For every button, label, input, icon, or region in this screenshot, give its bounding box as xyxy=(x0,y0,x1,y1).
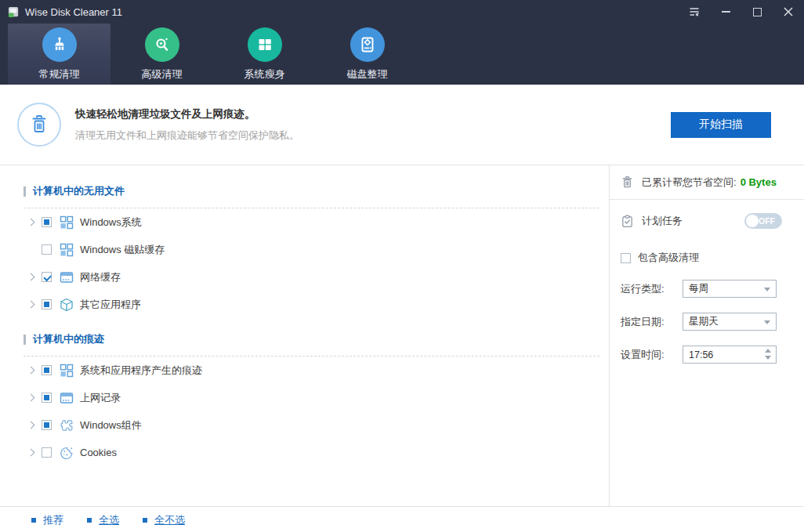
section-title: 计算机中的痕迹 xyxy=(33,332,104,346)
run-type-label: 运行类型: xyxy=(621,282,683,296)
windows-icon xyxy=(60,215,74,230)
include-advanced-row[interactable]: 包含高级清理 xyxy=(610,251,804,265)
run-type-select[interactable]: 每周 xyxy=(683,280,777,298)
time-label: 设置时间: xyxy=(621,348,683,362)
schedule-toggle[interactable]: OFF xyxy=(744,213,782,229)
maximize-icon xyxy=(753,8,762,16)
recommend-link[interactable]: 推荐 xyxy=(31,513,63,527)
bullet-icon xyxy=(87,518,92,523)
toggle-off-label: OFF xyxy=(759,216,775,226)
close-button[interactable] xyxy=(773,0,804,24)
tree-row-network-cache[interactable]: 网络缓存 xyxy=(24,263,599,291)
chevron-right-icon[interactable] xyxy=(27,301,35,309)
tab-advanced-clean-label: 高级清理 xyxy=(142,67,183,81)
window-title: Wise Disk Cleaner 11 xyxy=(25,6,122,18)
tab-regular-clean[interactable]: 常规清理 xyxy=(8,24,110,85)
tab-disk-defrag[interactable]: 磁盘整理 xyxy=(316,24,418,85)
start-scan-button[interactable]: 开始扫描 xyxy=(671,112,771,138)
main-nav: 常规清理 高级清理 系统瘦身 xyxy=(0,24,804,85)
select-all-link[interactable]: 全选 xyxy=(87,513,119,527)
tree-item-label: Windows 磁贴缓存 xyxy=(80,243,165,257)
tree-row-cookies[interactable]: Cookies xyxy=(24,439,599,466)
scheduled-task-label: 计划任务 xyxy=(642,214,683,228)
bullet-icon xyxy=(143,518,147,523)
bullet-icon xyxy=(31,518,36,523)
browser-icon xyxy=(60,270,74,284)
schedule-panel: 已累计帮您节省空间: 0 Bytes 计划任务 OFF 包含高级清理 运行类型:… xyxy=(609,165,804,506)
checkbox[interactable] xyxy=(42,217,52,227)
tree-item-label: 其它应用程序 xyxy=(80,298,141,312)
app-logo-icon xyxy=(8,6,20,18)
broom-icon xyxy=(42,27,77,62)
spin-down-icon[interactable] xyxy=(765,356,771,360)
day-label: 指定日期: xyxy=(621,315,683,329)
saved-space-row: 已累计帮您节省空间: 0 Bytes xyxy=(610,165,804,200)
section-bar xyxy=(24,186,26,197)
scheduled-task-row: 计划任务 OFF xyxy=(610,213,804,229)
checkbox[interactable] xyxy=(42,299,52,309)
time-value: 17:56 xyxy=(689,349,713,360)
tree-row-browsing-history[interactable]: 上网记录 xyxy=(24,384,599,411)
tab-system-slim-label: 系统瘦身 xyxy=(244,67,285,81)
tree-item-label: 上网记录 xyxy=(80,391,121,405)
title-bar: Wise Disk Cleaner 11 xyxy=(0,0,804,24)
tree-row-system-app-traces[interactable]: 系统和应用程序产生的痕迹 xyxy=(24,356,599,384)
chevron-right-icon[interactable] xyxy=(27,422,35,429)
tree-row-windows-tile-cache[interactable]: Windows 磁贴缓存 xyxy=(24,236,599,263)
run-type-value: 每周 xyxy=(689,282,708,295)
select-none-label: 全不选 xyxy=(154,513,185,527)
section-bar xyxy=(24,335,26,345)
time-input[interactable]: 17:56 xyxy=(683,346,777,364)
chevron-right-icon[interactable] xyxy=(27,219,35,226)
tree-item-label: Windows系统 xyxy=(80,215,142,230)
select-none-link[interactable]: 全不选 xyxy=(143,513,185,527)
hard-drive-icon xyxy=(350,27,385,62)
include-advanced-label: 包含高级清理 xyxy=(638,251,699,265)
cleanup-tree: 计算机中的无用文件 Windows系统 xyxy=(0,165,609,506)
maximize-button[interactable] xyxy=(741,0,773,24)
tree-item-label: Windows组件 xyxy=(80,418,142,432)
checkbox[interactable] xyxy=(42,244,52,255)
time-row: 设置时间: 17:56 xyxy=(610,346,804,364)
section-title: 计算机中的无用文件 xyxy=(33,184,125,198)
section-traces: 计算机中的痕迹 xyxy=(24,328,599,351)
page-header: 快速轻松地清理垃圾文件及上网痕迹。 清理无用文件和上网痕迹能够节省空间保护隐私。… xyxy=(0,85,804,165)
chevron-right-icon[interactable] xyxy=(27,367,35,375)
puzzle-icon xyxy=(60,418,74,432)
tree-row-other-apps[interactable]: 其它应用程序 xyxy=(24,291,599,318)
trash-small-icon xyxy=(621,176,634,189)
tree-row-windows-components[interactable]: Windows组件 xyxy=(24,411,599,439)
checkbox[interactable] xyxy=(42,365,52,375)
chevron-right-icon[interactable] xyxy=(27,394,35,402)
tab-system-slim[interactable]: 系统瘦身 xyxy=(213,24,316,85)
checkbox[interactable] xyxy=(42,393,52,403)
browser-icon xyxy=(60,391,74,405)
tab-disk-defrag-label: 磁盘整理 xyxy=(347,67,388,81)
windows-icon xyxy=(60,364,74,378)
day-value: 星期天 xyxy=(689,315,719,328)
page-subtitle: 清理无用文件和上网痕迹能够节省空间保护隐私。 xyxy=(75,128,299,143)
select-all-label: 全选 xyxy=(99,513,119,527)
day-select[interactable]: 星期天 xyxy=(683,313,777,331)
tab-regular-clean-label: 常规清理 xyxy=(39,67,80,81)
main-menu-button[interactable] xyxy=(679,0,710,24)
chevron-down-icon xyxy=(764,288,770,291)
chevron-right-icon[interactable] xyxy=(27,273,35,281)
magnifier-icon xyxy=(145,27,179,62)
run-type-row: 运行类型: 每周 xyxy=(610,280,804,298)
checkbox[interactable] xyxy=(42,420,52,430)
minimize-button[interactable] xyxy=(710,0,741,24)
checkbox[interactable] xyxy=(42,447,52,458)
tree-row-windows-system[interactable]: Windows系统 xyxy=(24,208,599,236)
apps-cube-icon xyxy=(60,298,74,312)
include-advanced-checkbox[interactable] xyxy=(621,253,631,263)
tree-item-label: 系统和应用程序产生的痕迹 xyxy=(80,364,202,378)
spin-up-icon[interactable] xyxy=(765,349,771,353)
task-clipboard-icon xyxy=(621,215,634,228)
chevron-right-icon[interactable] xyxy=(27,449,35,457)
tab-advanced-clean[interactable]: 高级清理 xyxy=(110,24,213,85)
trash-icon xyxy=(28,114,50,136)
spinner-arrows[interactable] xyxy=(765,349,771,360)
checkbox[interactable] xyxy=(42,272,52,282)
saved-space-label: 已累计帮您节省空间: xyxy=(642,176,737,190)
